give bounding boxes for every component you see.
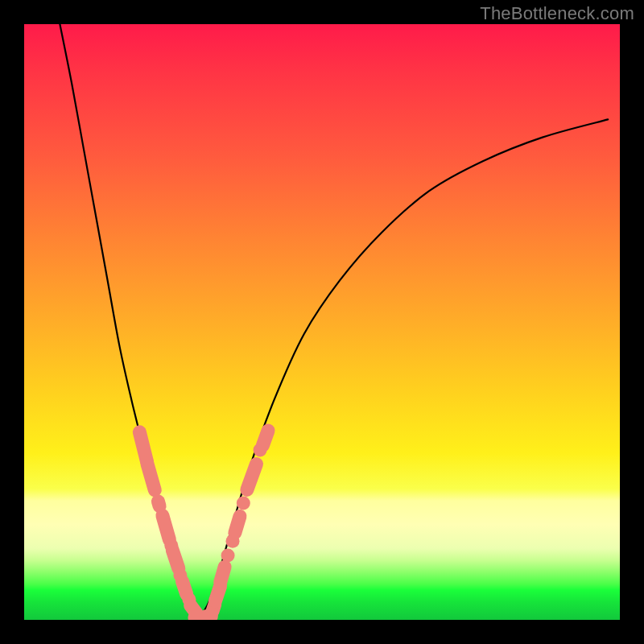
plot-area bbox=[24, 24, 620, 620]
data-markers bbox=[131, 422, 277, 620]
curve-right bbox=[200, 119, 608, 617]
watermark-text: TheBottleneck.com bbox=[480, 3, 634, 24]
data-pill bbox=[226, 508, 248, 542]
data-pill bbox=[138, 456, 163, 499]
chart-frame: TheBottleneck.com bbox=[0, 0, 644, 644]
data-pill bbox=[238, 456, 265, 499]
data-dot bbox=[221, 549, 235, 563]
data-pill bbox=[212, 559, 233, 591]
data-pill bbox=[254, 422, 277, 455]
curve-left bbox=[60, 24, 200, 617]
data-dot bbox=[237, 496, 250, 510]
chart-svg bbox=[24, 24, 620, 620]
